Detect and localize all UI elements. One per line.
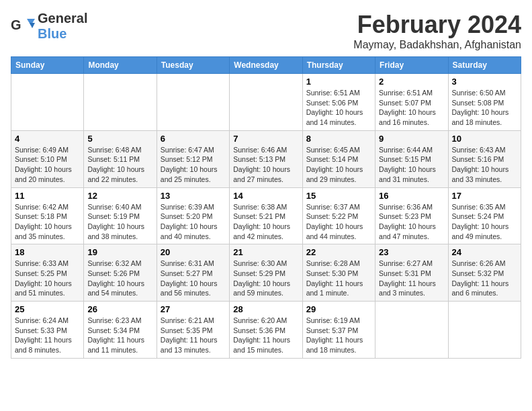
logo-blue: Blue: [38, 26, 66, 41]
logo-icon: G: [11, 16, 35, 36]
day-info: Sunrise: 6:51 AM Sunset: 5:06 PM Dayligh…: [306, 88, 371, 128]
day-info: Sunrise: 6:35 AM Sunset: 5:24 PM Dayligh…: [452, 202, 517, 242]
day-number: 4: [15, 134, 80, 144]
day-number: 15: [306, 191, 371, 201]
day-number: 27: [161, 304, 226, 314]
day-info: Sunrise: 6:20 AM Sunset: 5:36 PM Dayligh…: [233, 316, 298, 355]
calendar-cell: 12Sunrise: 6:40 AM Sunset: 5:19 PM Dayli…: [84, 187, 157, 244]
day-info: Sunrise: 6:42 AM Sunset: 5:18 PM Dayligh…: [15, 202, 80, 242]
location-subtitle: Maymay, Badakhshan, Afghanistan: [353, 39, 521, 51]
calendar-header-row: SundayMondayTuesdayWednesdayThursdayFrid…: [11, 57, 521, 74]
column-header-monday: Monday: [84, 57, 157, 74]
day-number: 29: [306, 304, 371, 314]
calendar-cell: 13Sunrise: 6:39 AM Sunset: 5:20 PM Dayli…: [157, 187, 229, 244]
day-number: 2: [379, 77, 444, 87]
calendar-cell: 20Sunrise: 6:31 AM Sunset: 5:27 PM Dayli…: [157, 244, 229, 302]
day-number: 21: [233, 247, 298, 257]
column-header-sunday: Sunday: [11, 57, 84, 74]
day-info: Sunrise: 6:27 AM Sunset: 5:31 PM Dayligh…: [379, 259, 444, 298]
day-number: 20: [161, 247, 226, 257]
day-number: 17: [452, 191, 517, 201]
column-header-tuesday: Tuesday: [157, 57, 229, 74]
calendar-cell: 5Sunrise: 6:48 AM Sunset: 5:11 PM Daylig…: [84, 130, 157, 187]
day-info: Sunrise: 6:45 AM Sunset: 5:14 PM Dayligh…: [306, 145, 371, 185]
svg-marker-2: [30, 23, 35, 28]
calendar-cell: 28Sunrise: 6:20 AM Sunset: 5:36 PM Dayli…: [230, 302, 302, 359]
calendar-week-row: 18Sunrise: 6:33 AM Sunset: 5:25 PM Dayli…: [11, 244, 521, 302]
calendar-table: SundayMondayTuesdayWednesdayThursdayFrid…: [11, 56, 521, 359]
month-year-title: February 2024: [353, 11, 521, 39]
calendar-week-row: 11Sunrise: 6:42 AM Sunset: 5:18 PM Dayli…: [11, 187, 521, 244]
day-info: Sunrise: 6:33 AM Sunset: 5:25 PM Dayligh…: [15, 259, 80, 298]
column-header-friday: Friday: [375, 57, 448, 74]
day-info: Sunrise: 6:19 AM Sunset: 5:37 PM Dayligh…: [306, 316, 371, 355]
calendar-cell: 26Sunrise: 6:23 AM Sunset: 5:34 PM Dayli…: [84, 302, 157, 359]
column-header-thursday: Thursday: [302, 57, 375, 74]
calendar-cell: 11Sunrise: 6:42 AM Sunset: 5:18 PM Dayli…: [11, 187, 84, 244]
day-number: 10: [452, 134, 517, 144]
column-header-wednesday: Wednesday: [230, 57, 302, 74]
day-number: 14: [233, 191, 298, 201]
day-info: Sunrise: 6:36 AM Sunset: 5:23 PM Dayligh…: [379, 202, 444, 242]
logo-general: General: [38, 11, 87, 26]
day-number: 18: [15, 247, 80, 257]
day-number: 24: [452, 247, 517, 257]
calendar-cell: 16Sunrise: 6:36 AM Sunset: 5:23 PM Dayli…: [375, 187, 448, 244]
day-number: 1: [306, 77, 371, 87]
day-number: 7: [233, 134, 298, 144]
day-number: 8: [306, 134, 371, 144]
day-number: 23: [379, 247, 444, 257]
day-number: 3: [452, 77, 517, 87]
day-number: 5: [87, 134, 152, 144]
day-info: Sunrise: 6:37 AM Sunset: 5:22 PM Dayligh…: [306, 202, 371, 242]
calendar-cell: 25Sunrise: 6:24 AM Sunset: 5:33 PM Dayli…: [11, 302, 84, 359]
calendar-cell: 18Sunrise: 6:33 AM Sunset: 5:25 PM Dayli…: [11, 244, 84, 302]
calendar-cell: [11, 74, 84, 131]
day-number: 19: [87, 247, 152, 257]
day-info: Sunrise: 6:21 AM Sunset: 5:35 PM Dayligh…: [161, 316, 226, 355]
day-info: Sunrise: 6:48 AM Sunset: 5:11 PM Dayligh…: [87, 145, 152, 185]
calendar-cell: 23Sunrise: 6:27 AM Sunset: 5:31 PM Dayli…: [375, 244, 448, 302]
calendar-cell: 3Sunrise: 6:50 AM Sunset: 5:08 PM Daylig…: [448, 74, 521, 131]
calendar-week-row: 25Sunrise: 6:24 AM Sunset: 5:33 PM Dayli…: [11, 302, 521, 359]
day-info: Sunrise: 6:38 AM Sunset: 5:21 PM Dayligh…: [233, 202, 298, 242]
page-header: G General Blue February 2024 Maymay, Bad…: [11, 11, 521, 51]
day-info: Sunrise: 6:46 AM Sunset: 5:13 PM Dayligh…: [233, 145, 298, 185]
day-number: 22: [306, 247, 371, 257]
calendar-cell: [230, 74, 302, 131]
calendar-cell: 4Sunrise: 6:49 AM Sunset: 5:10 PM Daylig…: [11, 130, 84, 187]
calendar-cell: [448, 302, 521, 359]
calendar-cell: 2Sunrise: 6:51 AM Sunset: 5:07 PM Daylig…: [375, 74, 448, 131]
day-number: 12: [87, 191, 152, 201]
day-number: 16: [379, 191, 444, 201]
day-info: Sunrise: 6:39 AM Sunset: 5:20 PM Dayligh…: [161, 202, 226, 242]
calendar-cell: 19Sunrise: 6:32 AM Sunset: 5:26 PM Dayli…: [84, 244, 157, 302]
day-number: 9: [379, 134, 444, 144]
day-info: Sunrise: 6:51 AM Sunset: 5:07 PM Dayligh…: [379, 88, 444, 128]
day-info: Sunrise: 6:26 AM Sunset: 5:32 PM Dayligh…: [452, 259, 517, 298]
calendar-cell: [375, 302, 448, 359]
calendar-cell: 21Sunrise: 6:30 AM Sunset: 5:29 PM Dayli…: [230, 244, 302, 302]
day-number: 13: [161, 191, 226, 201]
calendar-week-row: 1Sunrise: 6:51 AM Sunset: 5:06 PM Daylig…: [11, 74, 521, 131]
calendar-cell: 29Sunrise: 6:19 AM Sunset: 5:37 PM Dayli…: [302, 302, 375, 359]
day-info: Sunrise: 6:28 AM Sunset: 5:30 PM Dayligh…: [306, 259, 371, 298]
day-info: Sunrise: 6:40 AM Sunset: 5:19 PM Dayligh…: [87, 202, 152, 242]
calendar-cell: 24Sunrise: 6:26 AM Sunset: 5:32 PM Dayli…: [448, 244, 521, 302]
svg-text:G: G: [11, 17, 21, 32]
calendar-cell: 27Sunrise: 6:21 AM Sunset: 5:35 PM Dayli…: [157, 302, 229, 359]
day-info: Sunrise: 6:47 AM Sunset: 5:12 PM Dayligh…: [161, 145, 226, 185]
title-block: February 2024 Maymay, Badakhshan, Afghan…: [353, 11, 521, 51]
day-info: Sunrise: 6:50 AM Sunset: 5:08 PM Dayligh…: [452, 88, 517, 128]
logo: G General Blue: [11, 11, 87, 42]
calendar-cell: 6Sunrise: 6:47 AM Sunset: 5:12 PM Daylig…: [157, 130, 229, 187]
calendar-cell: [157, 74, 229, 131]
calendar-cell: 15Sunrise: 6:37 AM Sunset: 5:22 PM Dayli…: [302, 187, 375, 244]
day-number: 28: [233, 304, 298, 314]
calendar-week-row: 4Sunrise: 6:49 AM Sunset: 5:10 PM Daylig…: [11, 130, 521, 187]
calendar-cell: 10Sunrise: 6:43 AM Sunset: 5:16 PM Dayli…: [448, 130, 521, 187]
day-info: Sunrise: 6:43 AM Sunset: 5:16 PM Dayligh…: [452, 145, 517, 185]
day-number: 26: [87, 304, 152, 314]
column-header-saturday: Saturday: [448, 57, 521, 74]
day-number: 11: [15, 191, 80, 201]
